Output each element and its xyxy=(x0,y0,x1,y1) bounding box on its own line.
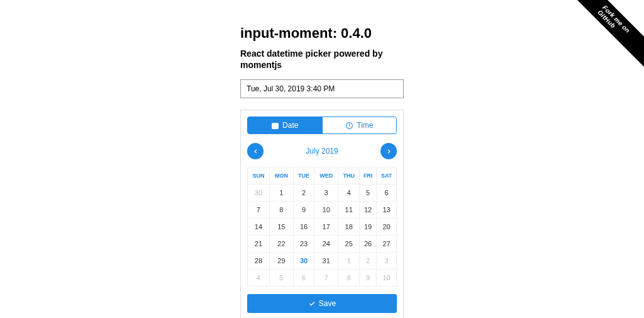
calendar-day[interactable]: 15 xyxy=(269,219,293,236)
calendar-day[interactable]: 31 xyxy=(314,253,338,270)
calendar-day[interactable]: 9 xyxy=(360,270,377,287)
calendar-day[interactable]: 22 xyxy=(269,236,293,253)
weekday-header: FRI xyxy=(360,168,377,185)
calendar-day[interactable]: 10 xyxy=(377,270,397,287)
calendar-day[interactable]: 10 xyxy=(314,202,338,219)
calendar-day[interactable]: 13 xyxy=(377,202,397,219)
calendar-day[interactable]: 27 xyxy=(377,236,397,253)
calendar-day[interactable]: 23 xyxy=(294,236,314,253)
tab-date[interactable]: Date xyxy=(247,116,322,134)
calendar-day[interactable]: 18 xyxy=(338,219,360,236)
calendar-day[interactable]: 25 xyxy=(338,236,360,253)
calendar-day[interactable]: 17 xyxy=(314,219,338,236)
calendar-day[interactable]: 2 xyxy=(360,253,377,270)
calendar-day[interactable]: 12 xyxy=(360,202,377,219)
calendar-icon xyxy=(271,122,279,130)
datetime-input[interactable] xyxy=(240,79,404,98)
weekday-header: SAT xyxy=(377,168,397,185)
calendar-day[interactable]: 7 xyxy=(314,270,338,287)
page-title: input-moment: 0.4.0 xyxy=(240,25,404,42)
calendar-day[interactable]: 1 xyxy=(338,253,360,270)
calendar-day[interactable]: 21 xyxy=(248,236,270,253)
weekday-header: MON xyxy=(269,168,293,185)
calendar-day[interactable]: 7 xyxy=(248,202,270,219)
weekday-header: SUN xyxy=(248,168,270,185)
weekday-header: THU xyxy=(338,168,360,185)
calendar-day[interactable]: 8 xyxy=(269,202,293,219)
weekday-header: WED xyxy=(314,168,338,185)
calendar-day[interactable]: 3 xyxy=(314,185,338,202)
calendar-day[interactable]: 6 xyxy=(377,185,397,202)
calendar-day[interactable]: 29 xyxy=(269,253,293,270)
calendar-day[interactable]: 11 xyxy=(338,202,360,219)
calendar-day[interactable]: 1 xyxy=(269,185,293,202)
page-subtitle: React datetime picker powered by momentj… xyxy=(240,48,404,71)
calendar-day[interactable]: 9 xyxy=(294,202,314,219)
clock-icon xyxy=(345,122,353,130)
calendar-day[interactable]: 30 xyxy=(248,185,270,202)
github-ribbon[interactable]: Fork me on GitHub xyxy=(572,0,644,75)
save-label: Save xyxy=(319,299,336,308)
weekday-header: TUE xyxy=(294,168,314,185)
calendar-day[interactable]: 3 xyxy=(377,253,397,270)
calendar-day[interactable]: 28 xyxy=(248,253,270,270)
calendar-day[interactable]: 24 xyxy=(314,236,338,253)
calendar-day[interactable]: 16 xyxy=(294,219,314,236)
calendar-day[interactable]: 8 xyxy=(338,270,360,287)
calendar-day[interactable]: 6 xyxy=(294,270,314,287)
calendar-day[interactable]: 26 xyxy=(360,236,377,253)
calendar-day[interactable]: 20 xyxy=(377,219,397,236)
calendar-day[interactable]: 4 xyxy=(248,270,270,287)
month-label: July 2019 xyxy=(306,147,338,156)
datetime-picker: Date Time July 2019 SUNMONTUEWEDTHUFRISA… xyxy=(240,110,404,318)
calendar-day[interactable]: 5 xyxy=(360,185,377,202)
prev-month-button[interactable] xyxy=(247,143,264,159)
tab-time[interactable]: Time xyxy=(322,116,397,134)
calendar-day[interactable]: 14 xyxy=(248,219,270,236)
check-icon xyxy=(308,300,316,307)
chevron-right-icon xyxy=(386,148,392,155)
calendar-day[interactable]: 5 xyxy=(269,270,293,287)
calendar-day[interactable]: 4 xyxy=(338,185,360,202)
calendar-day[interactable]: 19 xyxy=(360,219,377,236)
chevron-left-icon xyxy=(252,148,259,155)
save-button[interactable]: Save xyxy=(247,294,397,313)
calendar-day[interactable]: 2 xyxy=(294,185,314,202)
tab-date-label: Date xyxy=(282,121,298,130)
next-month-button[interactable] xyxy=(380,143,397,159)
calendar-day[interactable]: 30 xyxy=(294,253,314,270)
tab-time-label: Time xyxy=(357,121,373,130)
svg-rect-0 xyxy=(272,123,279,129)
